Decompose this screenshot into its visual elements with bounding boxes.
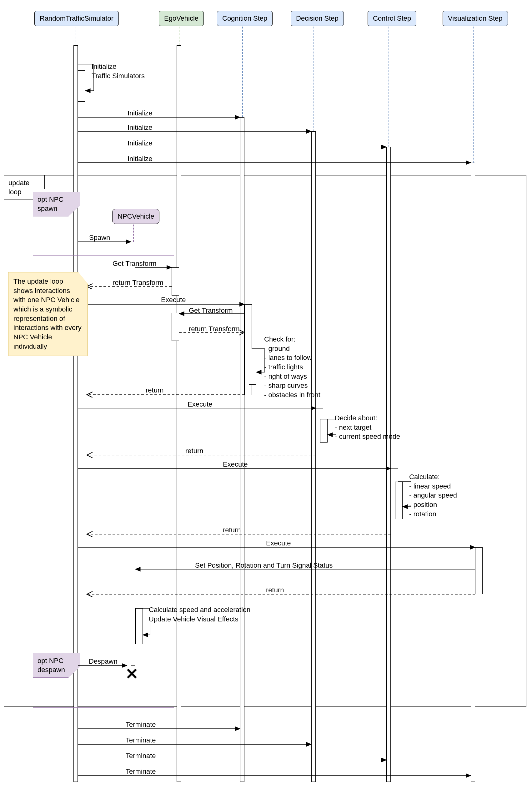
destroy-icon: ✕: [125, 666, 138, 682]
lifeline-dash-rts: [76, 26, 76, 45]
lifeline-dec: [311, 131, 316, 782]
label-terminate1: Terminate: [126, 720, 156, 729]
label-terminate2: Terminate: [126, 736, 156, 745]
lifeline-ctrl: [386, 147, 391, 782]
activation-ego-transform1: [172, 267, 179, 296]
lifeline-npc: [131, 242, 135, 666]
activation-rts-init: [78, 70, 86, 101]
note-update-loop: The update loop shows interactions with …: [8, 272, 88, 356]
participant-ego: EgoVehicle: [159, 11, 204, 26]
activation-ctrl-self: [395, 482, 403, 519]
activation-dec-self: [320, 419, 327, 443]
frame-label-spawn: opt NPC spawn: [33, 192, 80, 217]
label-spawn: Spawn: [89, 233, 110, 242]
label-return-transform2: return Transform: [189, 324, 240, 334]
label-npc-self: Calculate speed and acceleration Update …: [149, 605, 250, 624]
label-get-transform2: Get Transform: [189, 306, 233, 315]
participant-rts: RandomTrafficSimulator: [34, 11, 119, 26]
label-viz-set: Set Position, Rotation and Turn Signal S…: [195, 561, 332, 570]
label-despawn: Despawn: [89, 657, 117, 666]
participant-visualization: Visualization Step: [443, 11, 508, 26]
label-execute2: Execute: [188, 400, 212, 409]
participant-npc: NPCVehicle: [112, 209, 159, 224]
lifeline-dash-cog: [242, 26, 243, 117]
lifeline-cog: [240, 117, 244, 782]
label-init1: Initialize: [128, 109, 152, 118]
label-ctrl-self: Calculate: - linear speed - angular spee…: [409, 472, 457, 519]
label-init2: Initialize: [128, 123, 152, 132]
label-return2: return: [185, 446, 203, 456]
participant-control: Control Step: [367, 11, 416, 26]
frame-label-despawn: opt NPC despawn: [33, 653, 80, 678]
lifeline-ego: [177, 45, 181, 782]
label-cog-self: Check for: - ground - lanes to follow - …: [264, 335, 320, 400]
label-init3: Initialize: [128, 138, 152, 148]
label-init4: Initialize: [128, 154, 152, 164]
participant-decision: Decision Step: [291, 11, 344, 26]
activation-cog-self: [249, 349, 256, 385]
lifeline-viz: [471, 163, 475, 782]
label-execute1: Execute: [161, 295, 186, 304]
label-init-self: Initialize Traffic Simulators: [92, 62, 145, 80]
label-execute4: Execute: [266, 539, 291, 548]
label-get-transform1: Get Transform: [113, 259, 157, 268]
lifeline-dash-ctrl: [388, 26, 389, 147]
label-return4: return: [266, 586, 284, 595]
label-terminate3: Terminate: [126, 751, 156, 761]
label-terminate4: Terminate: [126, 767, 156, 776]
label-dec-self: Decide about: - next target - current sp…: [335, 413, 400, 441]
label-execute3: Execute: [223, 460, 248, 469]
sequence-diagram: RandomTrafficSimulator EgoVehicle Cognit…: [0, 0, 532, 795]
lifeline-dash-viz: [473, 26, 474, 163]
label-return3: return: [223, 525, 241, 535]
participant-cognition: Cognition Step: [217, 11, 272, 26]
activation-viz-exec: [475, 547, 482, 594]
activation-npc-self: [135, 608, 143, 644]
activation-ego-transform2: [172, 313, 179, 341]
label-return-transform1: return Transform: [113, 278, 164, 288]
lifeline-dash-ego: [179, 26, 179, 45]
lifeline-dash-dec: [314, 26, 314, 131]
label-return1: return: [146, 386, 164, 395]
